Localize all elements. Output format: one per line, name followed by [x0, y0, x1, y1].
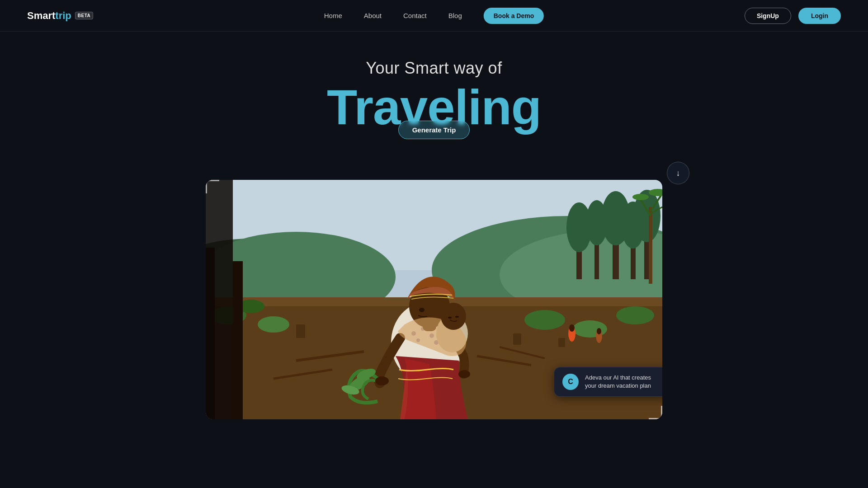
nav-blog[interactable]: Blog: [448, 12, 462, 19]
svg-point-55: [569, 324, 575, 332]
svg-point-44: [419, 308, 425, 312]
beta-badge: BETA: [75, 12, 93, 19]
svg-point-47: [448, 317, 452, 319]
svg-point-48: [455, 316, 459, 318]
corner-br-decoration: [649, 406, 662, 419]
svg-rect-30: [296, 324, 305, 338]
svg-rect-34: [233, 261, 243, 419]
generate-trip-button[interactable]: Generate Trip: [398, 121, 470, 139]
svg-rect-32: [558, 338, 565, 347]
svg-point-29: [616, 306, 654, 324]
svg-rect-16: [649, 207, 652, 284]
ai-chat-bubble: C Adeva our AI that creates your dream v…: [554, 367, 662, 397]
hero-image: C Adeva our AI that creates your dream v…: [206, 180, 662, 419]
scroll-down-button[interactable]: ↓: [667, 162, 689, 184]
svg-rect-31: [513, 333, 521, 345]
ai-bubble-message: Adeva our AI that creates your dream vac…: [585, 374, 662, 390]
logo-text: Smarttrip: [27, 10, 71, 22]
svg-point-52: [375, 376, 389, 385]
down-arrow-icon: ↓: [676, 169, 680, 178]
book-demo-button[interactable]: Book a Demo: [484, 8, 544, 24]
hero-subtitle: Your Smart way of: [366, 59, 502, 78]
svg-point-53: [458, 370, 470, 378]
svg-point-46: [441, 303, 466, 330]
svg-point-57: [597, 328, 601, 334]
logo[interactable]: Smarttrip BETA: [27, 10, 93, 22]
nav-auth: SignUp Login: [745, 8, 841, 24]
hero-section: Your Smart way of Traveling Generate Tri…: [0, 32, 868, 419]
nav-home[interactable]: Home: [324, 12, 342, 19]
svg-point-27: [524, 310, 565, 330]
svg-rect-62: [206, 180, 233, 419]
signup-button[interactable]: SignUp: [745, 8, 791, 24]
login-button[interactable]: Login: [798, 8, 841, 24]
svg-point-25: [258, 316, 289, 333]
corner-tl-decoration: [206, 180, 219, 193]
nav-contact[interactable]: Contact: [403, 12, 427, 19]
svg-point-21: [632, 194, 649, 200]
nav-about[interactable]: About: [364, 12, 382, 19]
ai-icon: C: [562, 374, 579, 390]
navbar: Smarttrip BETA Home About Contact Blog B…: [0, 0, 868, 32]
nav-links: Home About Contact Blog Book a Demo: [324, 8, 544, 24]
